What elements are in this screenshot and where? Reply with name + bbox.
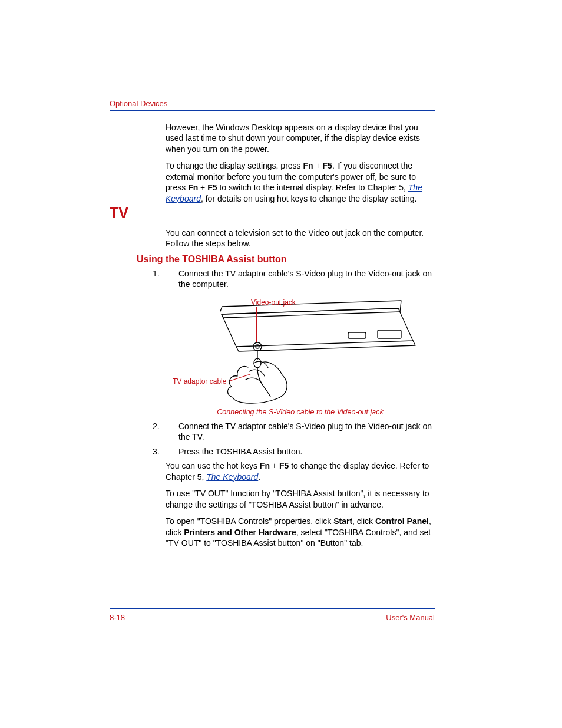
callout-tv-adaptor-cable: TV adaptor cable <box>173 377 226 386</box>
figure-caption: Connecting the S-Video cable to the Vide… <box>166 408 435 416</box>
laptop-svideo-illustration-icon <box>166 294 435 406</box>
paragraph: To change the display settings, press Fn… <box>166 160 435 204</box>
heading-assist-button: Using the TOSHIBA Assist button <box>137 254 287 265</box>
bold-start: Start <box>333 516 352 526</box>
bold-printers: Printers and Other Hardware <box>184 528 296 537</box>
text: , click <box>352 516 375 526</box>
key-fn: Fn <box>303 161 313 170</box>
callout-line <box>256 307 257 342</box>
paragraph: However, the Windows Desktop appears on … <box>166 122 435 154</box>
text: To open "TOSHIBA Controls" properties, c… <box>166 516 333 526</box>
callout-video-out-jack: Video-out jack <box>251 298 296 307</box>
svg-rect-1 <box>348 332 366 338</box>
key-f5: F5 <box>207 183 217 192</box>
footer-manual-label: User's Manual <box>386 613 435 622</box>
list-number: 1. <box>166 268 178 279</box>
paragraph: To open "TOSHIBA Controls" properties, c… <box>166 516 435 548</box>
list-text: Connect the TV adaptor cable's S-Video p… <box>178 421 432 442</box>
text: + <box>313 161 323 170</box>
link-keyboard-chapter[interactable]: The Keyboard <box>206 472 258 482</box>
text: . <box>258 472 260 482</box>
paragraph: You can connect a television set to the … <box>166 228 435 249</box>
text: To change the display settings, press <box>166 161 303 170</box>
steps-list: 1.Connect the TV adaptor cable's S-Video… <box>166 268 435 290</box>
list-item: 3.Press the TOSHIBA Assist button. <box>166 446 435 457</box>
svg-point-2 <box>253 342 262 351</box>
header-rule <box>110 110 435 111</box>
paragraph: You can use the hot keys Fn + F5 to chan… <box>166 460 435 482</box>
paragraph: To use "TV OUT" function by "TOSHIBA Ass… <box>166 488 435 510</box>
key-f5: F5 <box>279 461 289 470</box>
svg-point-3 <box>256 345 259 348</box>
footer-rule <box>110 608 435 609</box>
list-number: 2. <box>166 421 178 431</box>
list-item: 2.Connect the TV adaptor cable's S-Video… <box>166 421 435 443</box>
figure-svideo-connection: Video-out jack TV adaptor cable <box>166 294 435 406</box>
text: + <box>198 183 207 192</box>
bold-control-panel: Control Panel <box>375 516 429 526</box>
text: You can use the hot keys <box>166 461 260 470</box>
list-text: Connect the TV adaptor cable's S-Video p… <box>178 269 432 289</box>
list-number: 3. <box>166 446 178 457</box>
list-item: 1.Connect the TV adaptor cable's S-Video… <box>166 268 435 290</box>
text: to switch to the internal display. Refer… <box>217 183 408 192</box>
text: , for details on using hot keys to chang… <box>201 194 417 203</box>
svg-rect-0 <box>378 330 401 338</box>
key-fn: Fn <box>260 461 270 470</box>
page-number: 8-18 <box>110 613 125 622</box>
heading-tv: TV <box>110 205 128 222</box>
text: + <box>270 461 279 470</box>
key-fn: Fn <box>188 183 198 192</box>
key-f5: F5 <box>323 161 332 170</box>
steps-list-cont: 2.Connect the TV adaptor cable's S-Video… <box>166 421 435 457</box>
header-section-label: Optional Devices <box>110 99 167 108</box>
list-text: Press the TOSHIBA Assist button. <box>178 447 302 456</box>
